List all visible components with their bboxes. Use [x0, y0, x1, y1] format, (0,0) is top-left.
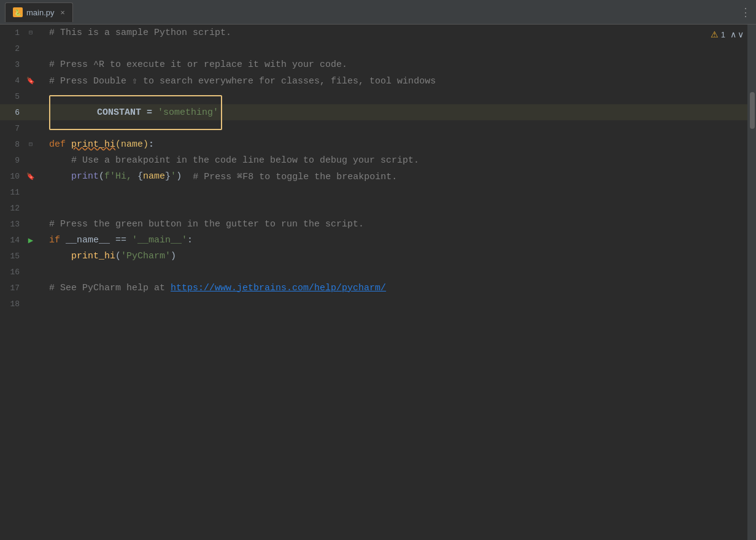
code-token-print: print: [71, 171, 99, 182]
file-tab[interactable]: 🐍 main.py ✕: [5, 2, 73, 22]
code-token-fstring-end: ': [171, 171, 176, 182]
warning-count: 1: [721, 30, 725, 39]
warning-badge: ⚠ 1 ∧ ∨: [711, 29, 744, 39]
code-line-4: # Press Double ⇧ to search everywhere fo…: [44, 72, 747, 88]
gutter-row-7: 7: [0, 120, 44, 136]
warning-icon: ⚠: [711, 29, 719, 39]
code-token-see: # See PyCharm help at: [49, 283, 171, 293]
gutter-row-16: 16: [0, 264, 44, 280]
gutter-row-18: 18: [0, 296, 44, 312]
line-num-11: 11: [0, 188, 25, 197]
code-token-fstring: f'Hi,: [104, 171, 137, 182]
code-token-pycharm: 'PyCharm': [121, 251, 171, 261]
code-token-paren: (: [99, 171, 104, 182]
code-line-12: [44, 200, 747, 216]
code-token-link[interactable]: https://www.jetbrains.com/help/pycharm/: [171, 283, 386, 293]
code-token-comment: # Press ⌘F8 to toggle the breakpoint.: [182, 171, 397, 182]
code-line-3: # Press ^R to execute it or replace it w…: [44, 56, 747, 72]
scroll-thumb[interactable]: [750, 92, 755, 129]
gutter-row-13: 13: [0, 216, 44, 232]
code-token-equals: =: [141, 107, 158, 118]
code-line-8: def print_hi(name):: [44, 136, 747, 152]
line-num-9: 9: [0, 156, 25, 165]
line-num-7: 7: [0, 124, 25, 133]
code-token-param: name: [121, 139, 143, 150]
code-token-paren-close: ): [176, 171, 182, 182]
gutter-row-14: 14 ▶: [0, 232, 44, 248]
run-button-14[interactable]: ▶: [25, 234, 37, 246]
line-num-18: 18: [0, 299, 25, 309]
code-token: # Press ^R to execute it or replace it w…: [49, 60, 347, 70]
code-token-main-str: '__main__': [132, 235, 187, 245]
code-line-17: # See PyCharm help at https://www.jetbra…: [44, 280, 747, 296]
code-line-9: # Use a breakpoint in the code line belo…: [44, 152, 747, 168]
code-token: # This is a sample Python script.: [49, 28, 231, 38]
gutter-row-10: 10 🔖: [0, 168, 44, 184]
line-num-5: 5: [0, 92, 25, 101]
line-num-8: 8: [0, 140, 25, 149]
line-num-2: 2: [0, 44, 25, 53]
code-token-paren-close: ): [143, 139, 148, 150]
code-line-11: [44, 184, 747, 200]
code-token-string: 'something': [158, 107, 218, 118]
code-line-14: if __name__ == '__main__':: [44, 232, 747, 248]
code-token-indent2: [49, 251, 71, 261]
nav-up-arrow[interactable]: ∧: [730, 29, 736, 39]
code-line-1: # This is a sample Python script.: [44, 25, 747, 40]
code-editor[interactable]: # This is a sample Python script. # Pres…: [44, 25, 747, 540]
code-token-constant: CONSTANT: [97, 107, 141, 118]
line-num-14: 14: [0, 236, 25, 245]
code-line-18: [44, 296, 747, 312]
navigation-arrows: ∧ ∨: [730, 29, 744, 39]
code-token-funcname: print_hi: [71, 139, 115, 150]
code-token-if: if: [49, 235, 66, 245]
gutter-row-3: 3: [0, 56, 44, 72]
gutter-row-12: 12: [0, 200, 44, 216]
line-num-17: 17: [0, 284, 25, 293]
code-token-dunder: __name__: [66, 235, 110, 245]
gutter-row-6: 6: [0, 104, 44, 120]
bookmark-icon-4[interactable]: 🔖: [25, 74, 37, 87]
nav-down-arrow[interactable]: ∨: [738, 29, 744, 39]
line-num-12: 12: [0, 204, 25, 213]
bookmark-icon-10[interactable]: 🔖: [25, 170, 37, 182]
scrollbar[interactable]: [747, 25, 756, 540]
gutter-row-1: 1 ⊟: [0, 25, 44, 40]
gutter-row-5: 5: [0, 88, 44, 104]
gutter-row-11: 11: [0, 184, 44, 200]
fold-icon-1[interactable]: ⊟: [25, 26, 37, 39]
code-token-brace: {: [137, 171, 143, 182]
code-line-7: [44, 120, 747, 136]
title-bar-actions: ⋮: [740, 6, 751, 19]
code-token-printhi: print_hi: [71, 251, 115, 261]
code-line-6: CONSTANT = 'something': [44, 104, 747, 120]
code-token: # Press the green button in the gutter t…: [49, 219, 364, 230]
code-line-13: # Press the green button in the gutter t…: [44, 216, 747, 232]
line-number-gutter: 1 ⊟ 2 3 4 🔖 5 6 7: [0, 25, 44, 540]
line-num-10: 10: [0, 172, 25, 181]
code-line-15: print_hi('PyCharm'): [44, 248, 747, 264]
line-num-6: 6: [0, 108, 25, 117]
title-bar: 🐍 main.py ✕ ⋮: [0, 0, 756, 25]
code-token: # Press Double ⇧ to search everywhere fo…: [49, 75, 436, 87]
code-token-indent: [49, 171, 71, 182]
code-token-name: name: [143, 171, 165, 182]
line-num-4: 4: [0, 76, 25, 85]
code-line-10: print(f'Hi, {name}') # Press ⌘F8 to togg…: [44, 168, 747, 184]
code-line-16: [44, 264, 747, 280]
tab-close-button[interactable]: ✕: [61, 8, 65, 17]
code-token: # Use a breakpoint in the code line belo…: [49, 155, 419, 166]
gutter-row-9: 9: [0, 152, 44, 168]
python-icon: 🐍: [13, 7, 23, 17]
tab-filename: main.py: [26, 8, 55, 17]
line-num-1: 1: [0, 28, 25, 37]
line-num-16: 16: [0, 268, 25, 277]
code-token-eqeq: ==: [110, 235, 132, 245]
line-num-15: 15: [0, 252, 25, 261]
fold-icon-8[interactable]: ⊟: [25, 138, 37, 150]
gutter-row-2: 2: [0, 40, 44, 56]
code-token-paren4: ): [171, 251, 176, 261]
code-token-colon2: :: [187, 235, 193, 245]
more-options-icon[interactable]: ⋮: [740, 6, 751, 19]
line-num-13: 13: [0, 220, 25, 229]
